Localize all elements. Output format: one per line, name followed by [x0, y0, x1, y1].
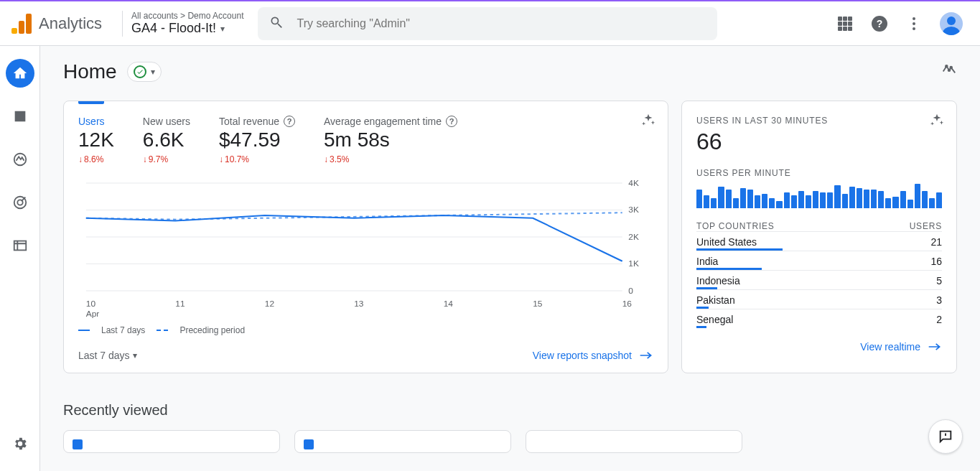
svg-text:1K: 1K [628, 260, 639, 269]
svg-text:11: 11 [175, 299, 185, 308]
property-name: GA4 - Flood-It! [131, 21, 216, 36]
metric-new-users[interactable]: New users 6.6K ↓9.7% [143, 116, 190, 164]
product-title: Analytics [39, 14, 102, 33]
property-selector[interactable]: All accounts > Demo Account GA4 - Flood-… [131, 11, 243, 36]
search-field[interactable] [258, 7, 717, 40]
country-row: Pakistan3 [696, 289, 942, 309]
svg-text:2K: 2K [628, 233, 639, 241]
nav-configure[interactable] [6, 231, 34, 260]
arrow-down-icon: ↓ [219, 154, 223, 164]
svg-rect-4 [843, 22, 847, 26]
svg-text:16: 16 [622, 299, 632, 308]
users-trend-chart: 01K2K3K4K10111213141516Apr [78, 176, 653, 320]
metric-users[interactable]: Users 12K ↓8.6% [78, 116, 114, 164]
page-title: Home [63, 60, 117, 83]
svg-text:4K: 4K [628, 179, 639, 187]
analytics-brand[interactable]: Analytics [11, 14, 113, 34]
status-dropdown[interactable]: ▾ [127, 62, 162, 82]
nav-reports[interactable] [6, 102, 34, 131]
country-row: Senegal2 [696, 309, 942, 328]
svg-point-11 [913, 27, 915, 30]
feedback-button[interactable] [928, 419, 963, 454]
svg-rect-6 [838, 27, 842, 31]
svg-text:12: 12 [265, 299, 274, 308]
metric-avg-engagement[interactable]: Average engagement time? 5m 58s ↓3.5% [324, 116, 457, 164]
svg-text:14: 14 [444, 299, 454, 308]
svg-point-16 [946, 65, 948, 67]
overview-card: Users 12K ↓8.6% New users 6.6K ↓9.7% Tot… [63, 101, 668, 373]
top-countries-header: TOP COUNTRIES [696, 221, 775, 231]
svg-text:0: 0 [628, 286, 633, 295]
realtime-label: USERS IN LAST 30 MINUTES [696, 116, 942, 126]
realtime-card: USERS IN LAST 30 MINUTES 66 USERS PER MI… [681, 101, 957, 373]
svg-rect-2 [848, 17, 852, 21]
country-row: India16 [696, 251, 942, 270]
nav-explore[interactable] [6, 145, 34, 174]
recent-card[interactable] [526, 430, 742, 453]
report-icon [73, 439, 83, 449]
nav-home[interactable] [6, 59, 34, 88]
svg-rect-15 [14, 241, 26, 251]
view-realtime-link[interactable]: View realtime [860, 341, 942, 353]
svg-point-18 [950, 67, 952, 69]
analytics-logo-icon [11, 14, 32, 34]
check-icon [134, 65, 146, 78]
nav-advertising[interactable] [6, 188, 34, 217]
svg-rect-3 [838, 22, 842, 26]
chevron-down-icon: ▾ [133, 350, 137, 360]
svg-rect-1 [843, 17, 847, 21]
chevron-down-icon: ▾ [151, 67, 155, 77]
search-icon [269, 15, 284, 32]
chart-legend: Last 7 days Preceding period [78, 325, 653, 335]
vertical-divider [122, 11, 123, 37]
more-vert-icon[interactable] [905, 15, 923, 32]
info-icon[interactable]: ? [446, 116, 457, 127]
realtime-value: 66 [696, 129, 942, 155]
date-range-dropdown[interactable]: Last 7 days ▾ [78, 350, 137, 361]
metric-total-revenue[interactable]: Total revenue? $47.59 ↓10.7% [219, 116, 295, 164]
chevron-down-icon: ▾ [220, 24, 225, 34]
country-row: Indonesia5 [696, 270, 942, 289]
recent-card[interactable] [294, 430, 511, 453]
help-icon[interactable]: ? [871, 15, 888, 32]
users-header: USERS [910, 221, 942, 231]
insights-icon[interactable] [941, 60, 957, 78]
svg-text:10: 10 [86, 299, 95, 308]
svg-point-10 [913, 22, 915, 25]
sparkle-icon[interactable] [640, 113, 656, 131]
svg-point-9 [913, 17, 915, 20]
view-reports-link[interactable]: View reports snapshot [533, 350, 653, 361]
svg-text:3K: 3K [628, 206, 639, 215]
top-countries-table: United States21India16Indonesia5Pakistan… [696, 231, 942, 328]
users-per-minute-chart [696, 182, 942, 208]
arrow-down-icon: ↓ [143, 154, 147, 164]
svg-text:13: 13 [354, 299, 363, 308]
svg-rect-5 [848, 22, 852, 26]
breadcrumb: All accounts > Demo Account [131, 11, 243, 21]
svg-text:Apr: Apr [86, 309, 100, 318]
avatar[interactable] [940, 12, 963, 35]
svg-rect-7 [843, 27, 847, 31]
search-input[interactable] [295, 17, 706, 31]
recently-viewed-title: Recently viewed [63, 402, 957, 419]
nav-admin[interactable] [6, 429, 34, 458]
info-icon[interactable]: ? [284, 116, 295, 127]
svg-rect-8 [848, 27, 852, 31]
svg-point-17 [948, 69, 951, 71]
sparkle-icon[interactable] [929, 113, 945, 131]
apps-icon[interactable] [836, 15, 854, 32]
report-icon [304, 439, 314, 449]
country-row: United States21 [696, 231, 942, 251]
users-per-minute-label: USERS PER MINUTE [696, 168, 942, 178]
recent-card[interactable] [63, 430, 280, 453]
arrow-down-icon: ↓ [324, 154, 328, 164]
svg-rect-0 [838, 17, 842, 21]
svg-text:15: 15 [533, 299, 542, 308]
arrow-down-icon: ↓ [78, 154, 83, 164]
